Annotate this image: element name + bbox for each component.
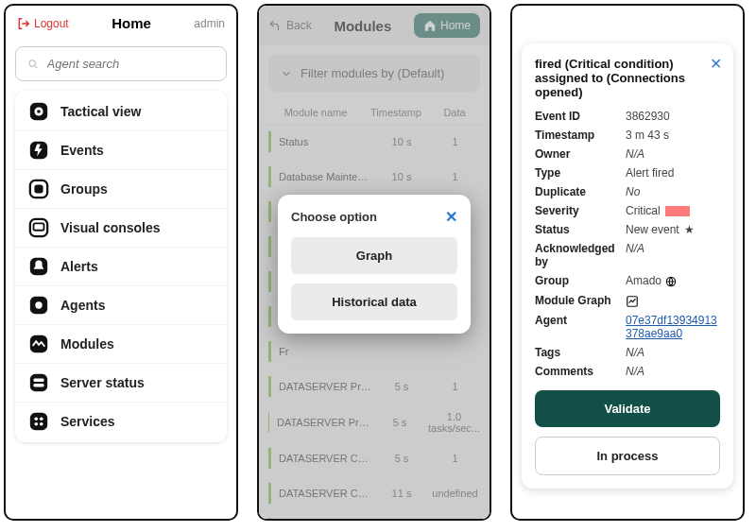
- field-row: OwnerN/A: [535, 145, 720, 163]
- cell-name: Database Maintenance: [279, 171, 373, 182]
- field-row: Agent07e37df13934913378ae9aa0: [535, 311, 720, 343]
- nav-item-groups[interactable]: Groups: [15, 169, 227, 208]
- field-value: N/A: [626, 147, 644, 161]
- field-key: Status: [535, 223, 626, 236]
- table-row[interactable]: DATASERVER Producer St...5 s1: [259, 369, 490, 403]
- panel-home: Logout Home admin Tactical viewEventsGro…: [4, 4, 238, 521]
- cell-ts: 5 s: [373, 453, 430, 464]
- cell-data: 1: [430, 453, 480, 464]
- events-icon: [28, 140, 49, 161]
- cell-ts: 10 s: [373, 136, 430, 147]
- svg-point-0: [29, 60, 35, 65]
- cell-name: DATASERVER Produc...oc...: [277, 417, 371, 428]
- field-row: Module Graph: [535, 291, 720, 311]
- back-icon: [268, 19, 282, 32]
- field-key: Acknowledged by: [535, 242, 626, 268]
- filter-dropdown[interactable]: Filter modules by (Default): [268, 55, 480, 92]
- graph-button[interactable]: Graph: [291, 237, 457, 274]
- nav-item-visual[interactable]: Visual consoles: [15, 208, 227, 247]
- status-bar: [268, 341, 271, 362]
- svg-rect-6: [34, 184, 43, 193]
- table-row[interactable]: DATASERVER Consumer #...5 s1: [259, 440, 490, 475]
- globe-icon: [664, 275, 678, 288]
- status-bar: [268, 306, 271, 327]
- home-button[interactable]: Home: [414, 13, 480, 38]
- table-row[interactable]: DATASERVER Produc...oc...5 s1.0 tasks/se…: [259, 403, 490, 440]
- status-bar: [268, 412, 269, 433]
- choose-option-modal: Choose option ✕ Graph Historical data: [278, 195, 471, 334]
- cell-ts: 5 s: [371, 417, 428, 428]
- nav-item-events[interactable]: Events: [15, 130, 227, 169]
- validate-button[interactable]: Validate: [535, 390, 720, 427]
- nav-item-server[interactable]: Server status: [15, 363, 227, 402]
- field-row: CommentsN/A: [535, 362, 720, 381]
- cell-name: Fr: [279, 346, 373, 357]
- field-row: GroupAmado: [535, 271, 720, 291]
- col-data: Data: [429, 107, 480, 118]
- user-label[interactable]: admin: [194, 17, 225, 30]
- chevron-down-icon: [280, 67, 293, 80]
- table-row[interactable]: NETWORKSERVER Produ...11 sundefined: [259, 510, 490, 521]
- panel-modules: Back Modules Home Filter modules by (Def…: [257, 4, 491, 521]
- cell-data: undefined: [430, 488, 480, 499]
- field-key: Timestamp: [535, 129, 626, 142]
- status-bar: [268, 236, 271, 257]
- field-row: TagsN/A: [535, 343, 720, 362]
- close-icon[interactable]: ✕: [445, 208, 457, 226]
- nav-label: Alerts: [60, 259, 98, 274]
- field-row: TypeAlert fired: [535, 163, 720, 182]
- agents-icon: [28, 295, 49, 316]
- field-key: Event ID: [535, 110, 626, 123]
- table-row[interactable]: DATASERVER Consum...o...11 sundefined: [259, 475, 490, 510]
- table-row[interactable]: Status10 s1: [259, 124, 490, 159]
- svg-point-11: [35, 301, 42, 308]
- agent-link[interactable]: 07e37df13934913378ae9aa0: [626, 314, 717, 340]
- nav-item-alerts[interactable]: Alerts: [15, 247, 227, 285]
- table-header: Module name Timestamp Data: [259, 101, 490, 124]
- field-row: DuplicateNo: [535, 182, 720, 201]
- search-box[interactable]: [15, 46, 227, 81]
- field-value: Alert fired: [626, 166, 674, 180]
- graph-icon[interactable]: [626, 295, 639, 308]
- nav-label: Agents: [60, 298, 105, 313]
- historical-data-button[interactable]: Historical data: [291, 283, 457, 320]
- nav-item-modules[interactable]: Modules: [15, 324, 227, 363]
- header: Logout Home admin: [6, 6, 236, 41]
- close-icon[interactable]: ✕: [710, 55, 722, 73]
- nav-item-services[interactable]: Services: [15, 402, 227, 440]
- svg-rect-13: [30, 374, 47, 391]
- svg-rect-15: [34, 384, 44, 387]
- field-key: Module Graph: [535, 294, 626, 308]
- search-icon: [27, 58, 40, 71]
- field-value: N/A: [626, 242, 644, 268]
- cell-ts: 5 s: [373, 381, 430, 392]
- table-row[interactable]: Fr: [259, 334, 490, 369]
- field-key: Severity: [535, 204, 626, 217]
- col-ts: Timestamp: [363, 107, 429, 118]
- table-row[interactable]: Database Maintenance10 s1: [259, 159, 490, 194]
- svg-point-19: [34, 422, 38, 426]
- field-key: Agent: [535, 314, 626, 340]
- in-process-button[interactable]: In process: [535, 437, 720, 475]
- svg-point-20: [40, 422, 43, 426]
- nav-item-agents[interactable]: Agents: [15, 285, 227, 324]
- filter-label: Filter modules by (Default): [301, 66, 444, 80]
- status-bar: [268, 166, 271, 187]
- cell-ts: 11 s: [373, 488, 430, 499]
- field-value: No: [626, 185, 640, 198]
- field-value: Critical: [626, 204, 690, 217]
- status-bar: [268, 131, 271, 152]
- cell-name: DATASERVER Producer St...: [279, 381, 373, 392]
- field-value: N/A: [626, 365, 644, 378]
- field-key: Tags: [535, 346, 626, 359]
- header: Back Modules Home: [259, 6, 490, 45]
- logout-button[interactable]: Logout: [17, 17, 69, 30]
- field-value: New event ★: [626, 223, 695, 236]
- field-row: StatusNew event ★: [535, 220, 720, 239]
- event-fields: Event ID3862930Timestamp3 m 43 sOwnerN/A…: [535, 107, 720, 381]
- back-label: Back: [286, 19, 312, 32]
- search-input[interactable]: [47, 57, 215, 71]
- nav-item-tactical[interactable]: Tactical view: [15, 93, 227, 130]
- back-button[interactable]: Back: [268, 19, 312, 32]
- svg-point-3: [37, 110, 41, 113]
